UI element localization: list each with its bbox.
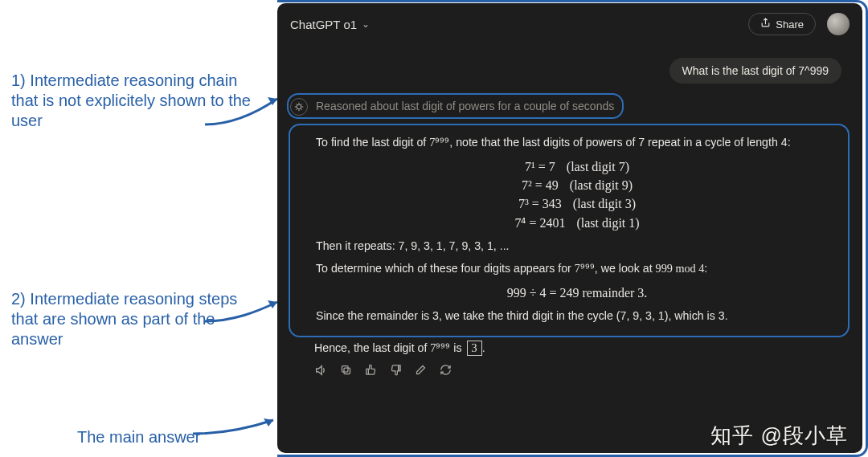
boxed-answer: 3 bbox=[467, 341, 482, 356]
annotation-1: 1) Intermediate reasoning chain that is … bbox=[11, 71, 260, 131]
user-message: What is the last digit of 7^999 bbox=[669, 58, 841, 84]
avatar[interactable] bbox=[827, 13, 850, 35]
model-selector[interactable]: ChatGPT o1 ⌄ bbox=[290, 18, 370, 31]
share-icon bbox=[760, 18, 771, 31]
answer-determine: To determine which of these four digits … bbox=[316, 259, 838, 277]
thumbs-down-icon[interactable] bbox=[390, 364, 402, 379]
watermark: 知乎 @段小草 bbox=[710, 422, 848, 450]
arrow-3 bbox=[189, 414, 285, 446]
reasoning-highlight-box: Reasoned about last digit of powers for … bbox=[287, 93, 624, 119]
audio-icon[interactable] bbox=[314, 364, 327, 379]
copy-icon[interactable] bbox=[340, 364, 352, 379]
annotation-3: The main answer bbox=[77, 427, 200, 447]
svg-point-0 bbox=[297, 104, 301, 109]
math-block-division: 999 ÷ 4 = 249 remainder 3. bbox=[316, 284, 838, 302]
reasoning-summary[interactable]: Reasoned about last digit of powers for … bbox=[316, 98, 614, 114]
chat-window: ChatGPT o1 ⌄ Share What is the last digi… bbox=[277, 3, 862, 453]
answer-body-highlight: To find the last digit of 7⁹⁹⁹, note tha… bbox=[289, 124, 850, 337]
answer-since: Since the remainder is 3, we take the th… bbox=[316, 307, 838, 324]
model-name: ChatGPT o1 bbox=[290, 18, 357, 31]
reasoning-summary-row: Reasoned about last digit of powers for … bbox=[277, 93, 862, 119]
answer-final: Hence, the last digit of 7⁹⁹⁹ is 3. bbox=[314, 341, 841, 356]
answer-intro: To find the last digit of 7⁹⁹⁹, note tha… bbox=[316, 133, 838, 151]
message-actions bbox=[314, 364, 862, 379]
topbar-actions: Share bbox=[748, 13, 850, 35]
chevron-down-icon: ⌄ bbox=[362, 18, 370, 30]
share-label: Share bbox=[776, 18, 804, 31]
math-block-cycle: 7¹ = 7(last digit 7) 7² = 49(last digit … bbox=[316, 157, 838, 232]
thumbs-up-icon[interactable] bbox=[365, 364, 377, 379]
user-message-row: What is the last digit of 7^999 bbox=[277, 42, 862, 93]
svg-rect-1 bbox=[344, 368, 350, 374]
annotation-panel: 1) Intermediate reasoning chain that is … bbox=[0, 0, 277, 457]
math-inline: 7⁹⁹⁹ bbox=[429, 136, 449, 149]
edit-icon[interactable] bbox=[415, 364, 427, 379]
openai-logo-icon bbox=[290, 98, 308, 116]
topbar: ChatGPT o1 ⌄ Share bbox=[277, 3, 862, 42]
svg-rect-2 bbox=[342, 365, 349, 372]
regenerate-icon[interactable] bbox=[440, 364, 452, 379]
answer-repeat: Then it repeats: 7, 9, 3, 1, 7, 9, 3, 1,… bbox=[316, 237, 838, 255]
share-button[interactable]: Share bbox=[748, 13, 816, 35]
annotation-2: 2) Intermediate reasoning steps that are… bbox=[11, 289, 260, 349]
